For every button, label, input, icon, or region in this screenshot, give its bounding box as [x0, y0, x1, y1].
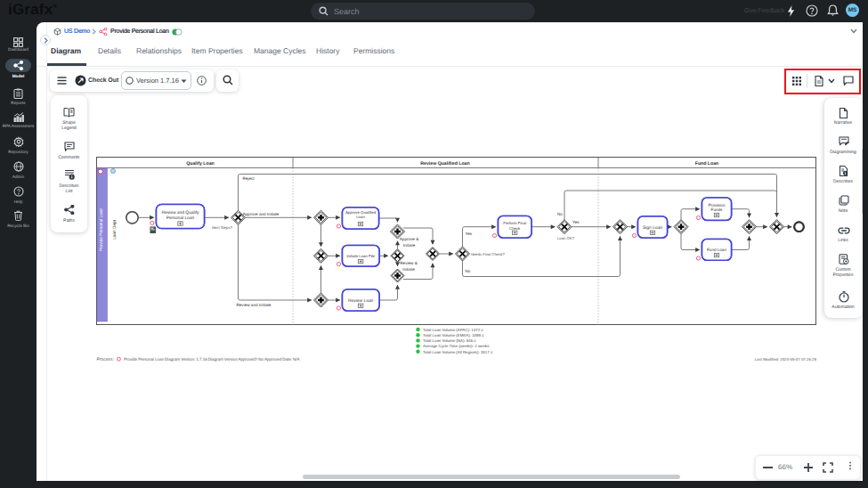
svg-text:Provide Personal Loan: Provide Personal Loan	[99, 207, 104, 251]
svg-text:Approve &: Approve &	[400, 237, 418, 241]
svg-text:No: No	[557, 212, 563, 216]
svg-text:Total Loan Volume (APAC): 1372: Total Loan Volume (APAC): 1372 #	[423, 328, 483, 332]
svg-text:Provide Personal Loan Diagram: Provide Personal Loan Diagram Version: 1…	[124, 357, 301, 362]
svg-text:Next Steps?: Next Steps?	[212, 225, 232, 230]
svg-text:Initiate: Initiate	[402, 267, 415, 272]
svg-text:Review and Initiate: Review and Initiate	[237, 303, 272, 307]
svg-text:Fund Loan: Fund Loan	[695, 161, 719, 167]
svg-text:Check: Check	[509, 226, 521, 231]
svg-text:Review Loan: Review Loan	[348, 298, 374, 304]
svg-text:Average Cycle Time (weeks): 2: Average Cycle Time (weeks): 2 weeks	[423, 344, 490, 348]
svg-text:Initiate: Initiate	[403, 243, 416, 248]
svg-text:Total Loan Volume (EMEA): 1099: Total Loan Volume (EMEA): 1099 #	[423, 333, 484, 338]
svg-text:Initiate Loan File: Initiate Loan File	[346, 254, 375, 258]
svg-text:Perform Final: Perform Final	[503, 221, 526, 225]
svg-text:Total Loan Volume (All Regions: Total Loan Volume (All Regions): 3317 #	[423, 350, 493, 354]
svg-text:Fund Loan: Fund Loan	[707, 248, 726, 252]
svg-text:Total Loan Volume (NA): 846 #: Total Loan Volume (NA): 846 #	[423, 338, 476, 343]
svg-text:Qualify Loan: Qualify Loan	[186, 161, 214, 167]
svg-text:No: No	[466, 269, 471, 273]
svg-text:Loan OK?: Loan OK?	[557, 236, 575, 240]
svg-text:Reject: Reject	[243, 176, 256, 181]
svg-text:Yes: Yes	[572, 220, 580, 224]
svg-text:Approve and Initiate: Approve and Initiate	[243, 212, 280, 216]
svg-text:Review Qualified Loan: Review Qualified Loan	[420, 161, 469, 167]
svg-text:Sign Loan: Sign Loan	[643, 225, 662, 231]
svg-text:Funds: Funds	[711, 207, 723, 212]
svg-text:Review &: Review &	[400, 261, 417, 265]
svg-text:Yes: Yes	[466, 232, 473, 236]
svg-text:Process:: Process:	[97, 357, 114, 362]
svg-text:Needs Final Check?: Needs Final Check?	[471, 252, 505, 256]
svg-text:Approve Qualified: Approve Qualified	[345, 210, 377, 215]
svg-text:Loan Dept: Loan Dept	[112, 219, 118, 240]
svg-text:Last Modified: 2024-05-07 07:2: Last Modified: 2024-05-07 07:26:29	[755, 357, 817, 362]
svg-text:Personal Loan: Personal Loan	[166, 216, 195, 221]
svg-text:Loan: Loan	[356, 215, 365, 219]
svg-text:Review and Qualify: Review and Qualify	[161, 210, 199, 216]
svg-text:Provision: Provision	[709, 203, 726, 207]
